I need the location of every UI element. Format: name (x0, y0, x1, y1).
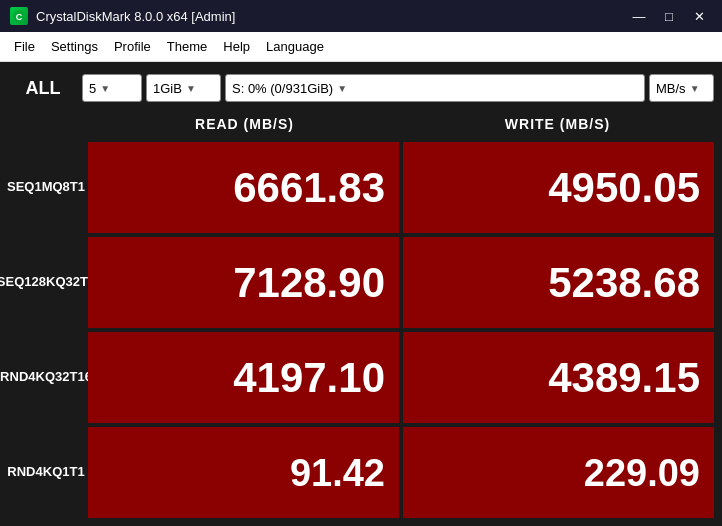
write-header: Write (MB/S) (401, 116, 714, 132)
seq1m-read-value: 6661.83 (233, 167, 385, 209)
header-row: Read (MB/S) Write (MB/S) (8, 110, 714, 138)
table-row: SEQ1M Q8T1 6661.83 4950.05 (8, 142, 714, 233)
window-controls: — □ ✕ (626, 6, 712, 26)
runs-value: 5 (89, 81, 96, 96)
drive-value: S: 0% (0/931GiB) (232, 81, 333, 96)
size-arrow: ▼ (186, 83, 196, 94)
seq1m-write-cell: 4950.05 (403, 142, 714, 233)
data-rows: SEQ1M Q8T1 6661.83 4950.05 SEQ128K Q32T1… (8, 142, 714, 518)
size-dropdown[interactable]: 1GiB ▼ (146, 74, 221, 102)
rnd4k-q32-write-value: 4389.15 (548, 357, 700, 399)
title-bar: C CrystalDiskMark 8.0.0 x64 [Admin] — □ … (0, 0, 722, 32)
menu-theme[interactable]: Theme (159, 36, 215, 57)
rnd4k-q1-read-value: 91.42 (290, 454, 385, 492)
minimize-button[interactable]: — (626, 6, 652, 26)
main-content: ALL 5 ▼ 1GiB ▼ S: 0% (0/931GiB) ▼ MB/s ▼… (0, 62, 722, 526)
table-row: SEQ128K Q32T1 7128.90 5238.68 (8, 237, 714, 328)
rnd4k-q1-write-value: 229.09 (584, 454, 700, 492)
seq128k-write-value: 5238.68 (548, 262, 700, 304)
runs-dropdown[interactable]: 5 ▼ (82, 74, 142, 102)
controls-row: ALL 5 ▼ 1GiB ▼ S: 0% (0/931GiB) ▼ MB/s ▼ (8, 70, 714, 106)
drive-arrow: ▼ (337, 83, 347, 94)
row-label-seq128k: SEQ128K Q32T1 (8, 237, 84, 328)
drive-dropdown[interactable]: S: 0% (0/931GiB) ▼ (225, 74, 645, 102)
seq1m-write-value: 4950.05 (548, 167, 700, 209)
row-label-seq1m: SEQ1M Q8T1 (8, 142, 84, 233)
table-row: RND4K Q1T1 91.42 229.09 (8, 427, 714, 518)
runs-arrow: ▼ (100, 83, 110, 94)
maximize-button[interactable]: □ (656, 6, 682, 26)
unit-value: MB/s (656, 81, 686, 96)
rnd4k-q32-write-cell: 4389.15 (403, 332, 714, 423)
seq128k-write-cell: 5238.68 (403, 237, 714, 328)
menu-bar: File Settings Profile Theme Help Languag… (0, 32, 722, 62)
seq128k-read-cell: 7128.90 (88, 237, 399, 328)
svg-text:C: C (16, 12, 23, 22)
row-label-rnd4k-q32: RND4K Q32T16 (8, 332, 84, 423)
all-label: ALL (8, 78, 78, 99)
app-icon: C (10, 7, 28, 25)
menu-help[interactable]: Help (215, 36, 258, 57)
row-label-rnd4k-q1: RND4K Q1T1 (8, 427, 84, 518)
close-button[interactable]: ✕ (686, 6, 712, 26)
seq128k-read-value: 7128.90 (233, 262, 385, 304)
title-bar-left: C CrystalDiskMark 8.0.0 x64 [Admin] (10, 7, 235, 25)
table-row: RND4K Q32T16 4197.10 4389.15 (8, 332, 714, 423)
size-value: 1GiB (153, 81, 182, 96)
window-title: CrystalDiskMark 8.0.0 x64 [Admin] (36, 9, 235, 24)
rnd4k-q1-read-cell: 91.42 (88, 427, 399, 518)
unit-arrow: ▼ (690, 83, 700, 94)
read-header: Read (MB/S) (88, 116, 401, 132)
rnd4k-q32-read-cell: 4197.10 (88, 332, 399, 423)
menu-profile[interactable]: Profile (106, 36, 159, 57)
rnd4k-q32-read-value: 4197.10 (233, 357, 385, 399)
unit-dropdown[interactable]: MB/s ▼ (649, 74, 714, 102)
seq1m-read-cell: 6661.83 (88, 142, 399, 233)
menu-settings[interactable]: Settings (43, 36, 106, 57)
menu-file[interactable]: File (6, 36, 43, 57)
rnd4k-q1-write-cell: 229.09 (403, 427, 714, 518)
menu-language[interactable]: Language (258, 36, 332, 57)
